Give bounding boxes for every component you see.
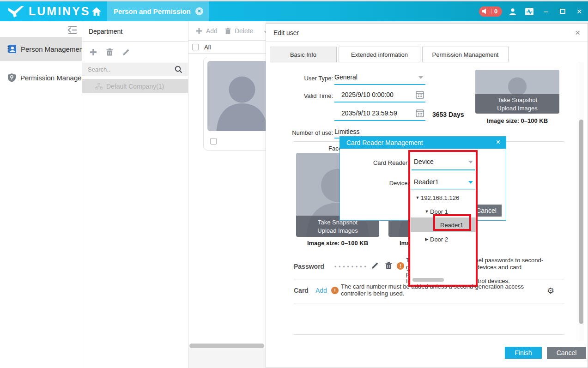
chevron-down-icon[interactable] [468, 161, 473, 163]
department-tree-node[interactable]: Default Company(1) [82, 79, 188, 93]
select-all-label: All [204, 44, 211, 51]
brand: LUMINYS [7, 5, 91, 18]
add-person-label[interactable]: Add [206, 27, 218, 35]
tree-node-label: Door 2 [430, 236, 448, 243]
dialog-scrollbar-thumb[interactable] [579, 120, 583, 324]
department-node-label: Default Company(1) [106, 83, 164, 90]
delete-person-label[interactable]: Delete [235, 27, 253, 35]
dialog-close-icon[interactable]: × [575, 28, 580, 37]
number-of-use-label: Number of use: [278, 129, 333, 136]
alarm-count: 0 [494, 8, 499, 15]
user-type-label: User Type: [286, 75, 333, 82]
tab-permission-management[interactable]: Permission Management [422, 47, 509, 62]
dialog-title: Edit user [266, 24, 588, 42]
collapse-sidebar-icon[interactable] [67, 26, 77, 34]
photo-actions: Take Snapshot Upload Images [475, 94, 559, 114]
tree-expand-icon[interactable]: ▼ [424, 209, 430, 214]
take-snapshot-button[interactable]: Take Snapshot [497, 97, 537, 103]
card-reader-select[interactable]: Device [414, 158, 434, 165]
password-masked-value: •••••••• [334, 264, 369, 270]
person-card[interactable] [203, 57, 273, 151]
sidebar-item-permission-management[interactable]: Permission Management [0, 66, 82, 90]
number-of-use-value[interactable]: Limitless [334, 128, 359, 135]
tab-label: Extended information [351, 51, 408, 58]
person-toolbar: Add Delete [188, 21, 266, 41]
password-label: Password [294, 263, 324, 270]
sidebar-item-label: Person Management [21, 45, 82, 53]
contact-book-icon [7, 44, 17, 54]
tree-node-label: Door 1 [430, 208, 448, 215]
image-size-hint: Image size: 0–100 KB [296, 240, 379, 247]
luminys-logo-icon [7, 5, 25, 18]
organization-icon [95, 83, 103, 90]
delete-password-icon[interactable] [385, 262, 392, 269]
user-type-select[interactable]: General [334, 73, 358, 81]
field-underline [334, 120, 425, 121]
dropdown-horizontal-scrollbar[interactable] [412, 278, 444, 282]
calendar-icon[interactable] [416, 109, 424, 117]
popup-close-icon[interactable]: × [496, 138, 500, 146]
hint-line: controller is being used. [341, 290, 544, 297]
tree-node-door1[interactable]: ▼ Door 1 [411, 205, 476, 218]
tab-basic-info[interactable]: Basic Info [270, 47, 337, 62]
tab-extended-information[interactable]: Extended information [339, 47, 420, 62]
minimize-button[interactable]: – [540, 7, 552, 16]
select-all-row: All [188, 41, 266, 54]
department-title: Department [82, 21, 188, 42]
edit-password-icon[interactable] [371, 262, 379, 269]
delete-department-icon[interactable] [106, 48, 113, 56]
valid-to-input[interactable]: 2035/9/10 23:59:59 [341, 109, 397, 117]
card-reader-label: Card Reader: [349, 159, 409, 166]
chevron-down-icon[interactable] [418, 76, 423, 79]
edit-department-icon[interactable] [122, 48, 130, 56]
upload-images-button[interactable]: Upload Images [497, 105, 537, 112]
alarm-badge[interactable]: 0 [479, 6, 502, 17]
select-all-checkbox[interactable] [192, 44, 199, 50]
tab-close-icon[interactable]: × [195, 7, 203, 15]
home-button[interactable] [86, 1, 107, 21]
tree-expand-icon[interactable]: ▼ [414, 195, 421, 200]
sidebar-item-person-management[interactable]: Person Management [0, 37, 82, 61]
person-card-checkbox[interactable] [210, 138, 217, 145]
close-window-button[interactable]: × [573, 6, 585, 17]
home-icon [91, 7, 102, 16]
tree-expand-icon[interactable]: ▶ [424, 237, 430, 241]
card-settings-gear-icon[interactable]: ⚙ [547, 287, 554, 295]
shield-key-icon [7, 73, 16, 82]
horizontal-scrollbar[interactable] [189, 344, 264, 348]
chevron-down-icon[interactable] [468, 181, 473, 184]
tab-person-and-permission[interactable]: Person and Permission × [107, 1, 209, 21]
user-account-button[interactable] [507, 7, 519, 16]
valid-from-input[interactable]: 2025/9/10 0:00:00 [341, 91, 394, 98]
monitor-status-button[interactable] [523, 7, 535, 16]
image-size-hint: Image size: 0–100 KB [475, 117, 559, 124]
department-search [82, 63, 188, 76]
speaker-icon [482, 8, 488, 14]
search-icon[interactable] [175, 66, 182, 73]
add-department-icon[interactable] [90, 48, 97, 56]
tree-node-device[interactable]: ▼ 192.168.1.126 [411, 191, 476, 205]
search-input[interactable] [82, 66, 175, 73]
field-underline [334, 102, 425, 103]
device-tree-dropdown: ▼ 192.168.1.126 ▼ Door 1 Reader1 ▶ Door … [410, 189, 477, 284]
department-toolbar [82, 42, 188, 62]
add-person-icon[interactable] [196, 28, 202, 34]
add-card-link[interactable]: Add [315, 287, 327, 294]
department-panel: Department [82, 21, 188, 368]
upload-images-button[interactable]: Upload Images [317, 227, 358, 234]
footer-divider [294, 334, 564, 335]
valid-time-label: Valid Time: [286, 92, 333, 99]
calendar-icon[interactable] [416, 90, 424, 99]
cancel-button[interactable]: Cancel [547, 347, 586, 359]
maximize-button[interactable] [557, 7, 569, 16]
topbar: LUMINYS Person and Permission × 0 [0, 1, 588, 21]
tab-label: Basic Info [290, 51, 316, 58]
delete-person-icon[interactable] [225, 28, 231, 34]
sidebar-item-label: Permission Management [20, 74, 82, 82]
tree-node-reader1-selected[interactable]: Reader1 [411, 217, 476, 232]
section-divider [294, 303, 564, 303]
tree-node-door2[interactable]: ▶ Door 2 [411, 232, 476, 246]
finish-button[interactable]: Finish [505, 347, 542, 359]
device-select[interactable]: Reader1 [414, 178, 439, 186]
user-photo-card: Take Snapshot Upload Images [475, 70, 559, 114]
